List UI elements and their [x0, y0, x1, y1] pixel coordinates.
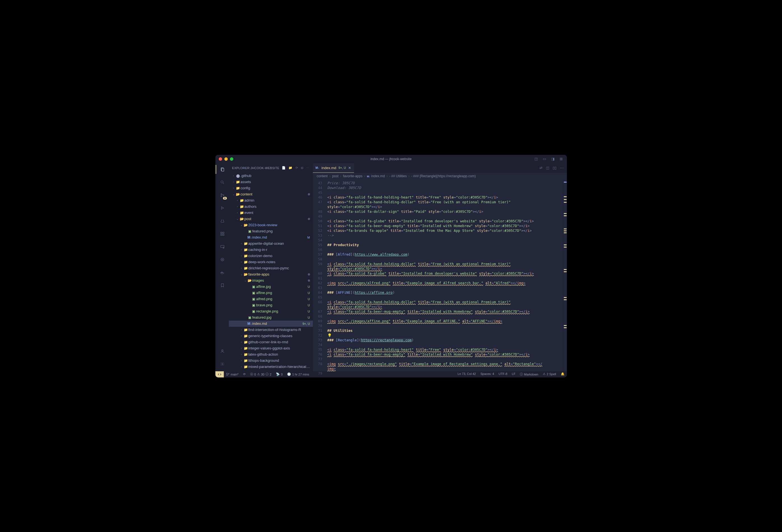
- minimize-window-button[interactable]: [224, 157, 228, 161]
- accounts-icon[interactable]: [218, 347, 226, 355]
- tab-index-md[interactable]: M↓ index.md 9+, U ✕: [313, 163, 354, 173]
- folder-item[interactable]: ›📁authors: [229, 203, 313, 210]
- svg-point-19: [221, 349, 223, 351]
- folder-item[interactable]: ›📁mixed-parameterization-hierarchical-mo…: [229, 364, 313, 370]
- folder-item[interactable]: ›📁github-corner-link-to-rmd: [229, 339, 313, 345]
- folder-item[interactable]: ›📁deep-work-notes: [229, 259, 313, 265]
- wakatime-indicator[interactable]: 🕐1 hr 27 mins: [285, 371, 312, 377]
- folder-item[interactable]: ›⬤.github: [229, 173, 313, 179]
- more-actions-icon[interactable]: ⋯: [306, 166, 309, 170]
- breadcrumb-segment[interactable]: M↓ index.md: [367, 174, 385, 178]
- refresh-icon[interactable]: ⟳: [295, 166, 298, 170]
- breadcrumbs[interactable]: content›post›favorite-apps›M↓ index.md›▫…: [313, 173, 567, 180]
- source-control-icon[interactable]: 9: [218, 191, 226, 199]
- breadcrumb-segment[interactable]: ▫ ## Utilities: [389, 174, 407, 178]
- file-tree[interactable]: ›⬤.github›📁assets›📁config⌄📂content›📁admi…: [229, 173, 313, 371]
- explorer-icon[interactable]: [218, 165, 226, 173]
- folder-item[interactable]: ›📁config: [229, 185, 313, 191]
- language-mode[interactable]: ⓘ Markdown: [518, 372, 540, 376]
- folder-item[interactable]: ⌄📂images: [229, 277, 313, 283]
- compare-changes-icon[interactable]: ⇄: [539, 166, 542, 170]
- breadcrumb-segment[interactable]: content: [317, 174, 328, 178]
- folder-item[interactable]: ⌄📂2023-book-review: [229, 222, 313, 228]
- new-folder-icon[interactable]: 📁: [288, 166, 292, 170]
- new-file-icon[interactable]: 📄: [282, 166, 286, 170]
- jupyter-icon[interactable]: [218, 256, 226, 264]
- folder-item[interactable]: ›📁integer-values-ggplot-axis: [229, 345, 313, 351]
- more-editor-actions-icon[interactable]: ⋯: [560, 166, 564, 170]
- code-content[interactable]: Price: 305C7DDownload: 305C7D <i class="…: [325, 180, 563, 371]
- close-window-button[interactable]: [219, 157, 222, 161]
- folder-item[interactable]: ›📁event: [229, 210, 313, 216]
- git-branch[interactable]: main*: [224, 371, 241, 377]
- settings-gear-icon[interactable]: [218, 360, 226, 368]
- svg-point-21: [226, 373, 227, 374]
- svg-point-20: [222, 364, 223, 365]
- docker-icon[interactable]: [218, 268, 226, 276]
- svg-point-22: [226, 375, 227, 376]
- folder-item[interactable]: ⌄📂content: [229, 191, 313, 197]
- customize-layout-icon[interactable]: ⊞: [559, 157, 564, 161]
- problems-indicator[interactable]: ⓧ0 ⚠30 ⓘ2: [248, 371, 274, 377]
- toggle-sidebar-icon[interactable]: ◨: [550, 157, 555, 161]
- split-editor-icon[interactable]: ▯▯: [553, 166, 557, 170]
- breadcrumb-segment[interactable]: favorite-apps: [343, 174, 362, 178]
- maximize-window-button[interactable]: [230, 157, 233, 161]
- folder-item[interactable]: ›📁dirichlet-regression-pymc: [229, 265, 313, 271]
- spell-check[interactable]: ⚠ 2 Spell: [540, 372, 559, 376]
- file-item[interactable]: M↓index.md9+, U: [229, 320, 313, 327]
- ports-indicator[interactable]: 📡0: [274, 371, 285, 377]
- file-item[interactable]: ▣rectangle.pngU: [229, 308, 313, 314]
- testing-icon[interactable]: [218, 217, 226, 225]
- bookmarks-icon[interactable]: [218, 281, 226, 289]
- tab-close-icon[interactable]: ✕: [348, 166, 351, 170]
- explorer-title-project: JHCOOK-WEBSITE: [250, 166, 279, 170]
- eol[interactable]: LF: [509, 372, 518, 376]
- breadcrumb-segment[interactable]: post: [332, 174, 339, 178]
- folder-item[interactable]: ›📁generic-typehinting-classes: [229, 333, 313, 339]
- folder-item[interactable]: ›📁latex-github-action: [229, 351, 313, 357]
- run-debug-icon[interactable]: [218, 204, 226, 212]
- folder-item[interactable]: ⌄📂post: [229, 216, 313, 222]
- breadcrumb-segment[interactable]: ▫ ### [Rectangle](https://rectangleapp.c…: [411, 174, 475, 178]
- remote-explorer-icon[interactable]: [218, 243, 226, 251]
- collapse-all-icon[interactable]: ⊟: [301, 166, 303, 170]
- toggle-panel-icon[interactable]: ◫: [534, 157, 538, 161]
- file-item[interactable]: ▣affine.pngU: [229, 290, 313, 296]
- folder-item[interactable]: ›📁appwrite-digital-ocean: [229, 240, 313, 247]
- toggle-bottom-panel-icon[interactable]: ▭: [542, 157, 547, 161]
- search-icon[interactable]: [218, 178, 226, 186]
- notifications-icon[interactable]: 🔔: [559, 372, 567, 376]
- file-item[interactable]: ▣featured.jpgU: [229, 314, 313, 320]
- file-item[interactable]: ▣brave.pngU: [229, 302, 313, 308]
- cursor-position[interactable]: Ln 73, Col 42: [455, 372, 478, 376]
- file-item[interactable]: ▣alfred.pngU: [229, 296, 313, 302]
- svg-rect-7: [221, 232, 222, 233]
- file-item[interactable]: ▣affine.jpgU: [229, 283, 313, 290]
- line-gutter: 4344454647 484950515253545556575859 6061…: [313, 180, 325, 371]
- open-preview-icon[interactable]: ◫: [546, 166, 549, 170]
- minimap[interactable]: [563, 180, 567, 371]
- extensions-icon[interactable]: [218, 230, 226, 238]
- encoding[interactable]: UTF-8: [496, 372, 509, 376]
- folder-item[interactable]: ›📁caching-in-r: [229, 247, 313, 253]
- svg-rect-9: [223, 234, 224, 235]
- layout-controls: ◫ ▭ ◨ ⊞: [534, 157, 564, 161]
- folder-item[interactable]: ›📁find-intersection-of-histograms-R: [229, 327, 313, 333]
- folder-item[interactable]: ›📁assets: [229, 179, 313, 185]
- remote-indicator[interactable]: [215, 371, 224, 377]
- svg-point-6: [223, 195, 224, 195]
- sync-button[interactable]: ⟳: [241, 371, 248, 377]
- file-item[interactable]: ▣featured.png: [229, 228, 313, 234]
- folder-item[interactable]: ⌄📂favorite-apps: [229, 271, 313, 277]
- markdown-icon: M↓: [316, 166, 319, 169]
- editor-tabs: M↓ index.md 9+, U ✕ ⇄ ◫ ▯▯ ⋯: [313, 163, 567, 173]
- file-item[interactable]: M↓index.mdM: [229, 234, 313, 240]
- indentation[interactable]: Spaces: 4: [478, 372, 496, 376]
- svg-rect-8: [221, 234, 222, 235]
- folder-item[interactable]: ›📁colorizer-demo: [229, 253, 313, 259]
- code-editor[interactable]: 4344454647 484950515253545556575859 6061…: [313, 180, 567, 371]
- folder-item[interactable]: ›📁lithops-background: [229, 357, 313, 364]
- folder-item[interactable]: ›📁admin: [229, 197, 313, 203]
- svg-point-12: [223, 247, 224, 249]
